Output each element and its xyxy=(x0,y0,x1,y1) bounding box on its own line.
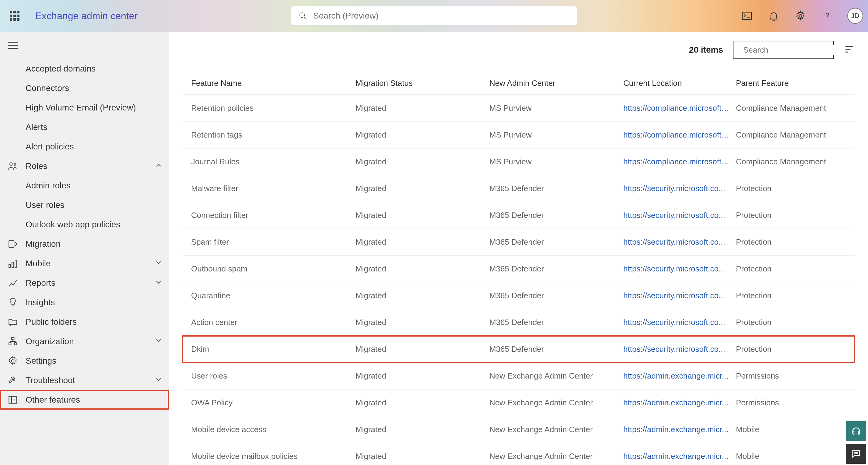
sidebar-item-mobile[interactable]: Mobile xyxy=(0,254,169,273)
sidebar-item-user-roles[interactable]: User roles xyxy=(0,195,169,215)
filter-search-input[interactable] xyxy=(743,45,842,55)
nav-toggle-button[interactable] xyxy=(5,36,22,54)
location-link[interactable]: https://security.microsoft.co... xyxy=(623,237,736,247)
cell-parent: Protection xyxy=(736,211,846,220)
sidebar-item-accepted-domains[interactable]: Accepted domains xyxy=(0,59,169,79)
notifications-button[interactable] xyxy=(767,9,780,23)
location-link[interactable]: https://admin.exchange.micr... xyxy=(623,398,736,407)
column-header[interactable]: Migration Status xyxy=(355,79,489,88)
location-link[interactable]: https://admin.exchange.micr... xyxy=(623,371,736,381)
table-row[interactable]: Connection filterMigratedM365 Defenderht… xyxy=(183,202,855,229)
sidebar-item-public-folders[interactable]: Public folders xyxy=(0,312,169,332)
table-row[interactable]: Action centerMigratedM365 Defenderhttps:… xyxy=(183,309,855,336)
column-header[interactable]: Feature Name xyxy=(191,79,355,88)
table-row[interactable]: Mobile device mailbox policiesMigratedNe… xyxy=(183,443,855,465)
column-header[interactable]: New Admin Center xyxy=(489,79,623,88)
app-launcher-button[interactable] xyxy=(5,6,24,26)
location-link[interactable]: https://compliance.microsoft.... xyxy=(623,103,736,113)
support-button[interactable] xyxy=(846,421,866,441)
cell-parent: Permissions xyxy=(736,398,846,407)
column-header[interactable]: Parent Feature xyxy=(736,79,846,88)
table-row[interactable]: User rolesMigratedNew Exchange Admin Cen… xyxy=(183,363,855,390)
location-link[interactable]: https://security.microsoft.co... xyxy=(623,184,736,193)
search-icon xyxy=(299,11,307,20)
table-row[interactable]: Mobile device accessMigratedNew Exchange… xyxy=(183,416,855,443)
table-row[interactable]: OWA PolicyMigratedNew Exchange Admin Cen… xyxy=(183,390,855,416)
location-link[interactable]: https://security.microsoft.co... xyxy=(623,344,736,354)
sidebar-item-label: Other features xyxy=(26,395,80,405)
cell-center: MS Purview xyxy=(489,103,623,113)
sort-button[interactable] xyxy=(844,44,855,56)
settings-icon xyxy=(7,355,19,367)
terminal-button[interactable] xyxy=(740,9,753,23)
location-link[interactable]: https://compliance.microsoft.... xyxy=(623,130,736,140)
cell-status: Migrated xyxy=(355,130,489,140)
sidebar-item-settings[interactable]: Settings xyxy=(0,351,169,371)
brand-title[interactable]: Exchange admin center xyxy=(35,10,137,22)
sidebar-item-alert-policies[interactable]: Alert policies xyxy=(0,137,169,156)
sidebar-item-alerts[interactable]: Alerts xyxy=(0,118,169,137)
location-link[interactable]: https://security.microsoft.co... xyxy=(623,264,736,274)
location-link[interactable]: https://security.microsoft.co... xyxy=(623,211,736,220)
cell-parent: Protection xyxy=(736,264,846,274)
sidebar-item-label: Insights xyxy=(26,298,55,307)
help-button[interactable] xyxy=(820,9,834,23)
account-avatar[interactable]: JD xyxy=(847,8,863,24)
table-row[interactable]: Retention policiesMigratedMS Purviewhttp… xyxy=(183,95,855,122)
table-row[interactable]: Retention tagsMigratedMS Purviewhttps://… xyxy=(183,122,855,149)
terminal-icon xyxy=(741,10,752,21)
table-row[interactable]: Outbound spamMigratedM365 Defenderhttps:… xyxy=(183,256,855,282)
location-link[interactable]: https://admin.exchange.micr... xyxy=(623,452,736,461)
table-header: Feature NameMigration StatusNew Admin Ce… xyxy=(183,72,855,95)
reports-icon xyxy=(7,277,19,289)
floating-actions xyxy=(846,421,866,464)
table-row[interactable]: Malware filterMigratedM365 Defenderhttps… xyxy=(183,175,855,202)
cell-name: Action center xyxy=(191,318,355,327)
cell-name: Connection filter xyxy=(191,211,355,220)
sidebar-item-insights[interactable]: Insights xyxy=(0,293,169,312)
sidebar-item-high-volume-email-preview-[interactable]: High Volume Email (Preview) xyxy=(0,98,169,118)
content-area: 20 items Feature NameMigration StatusNew… xyxy=(169,32,868,465)
settings-button[interactable] xyxy=(794,9,807,23)
sidebar-item-outlook-web-app-policies[interactable]: Outlook web app policies xyxy=(0,215,169,234)
svg-rect-11 xyxy=(9,343,11,345)
sidebar-item-migration[interactable]: Migration xyxy=(0,234,169,254)
svg-point-22 xyxy=(854,453,855,454)
sidebar-item-label: Alert policies xyxy=(26,142,74,152)
top-bar: Exchange admin center JD xyxy=(0,0,868,32)
svg-point-5 xyxy=(14,164,16,165)
sort-icon xyxy=(844,44,855,55)
sidebar-item-troubleshoot[interactable]: Troubleshoot xyxy=(0,371,169,390)
sidebar-item-other-features[interactable]: Other features xyxy=(0,390,169,410)
troubleshoot-icon xyxy=(7,374,19,386)
location-link[interactable]: https://compliance.microsoft.... xyxy=(623,157,736,166)
sidebar-item-label: Reports xyxy=(26,278,55,288)
location-link[interactable]: https://security.microsoft.co... xyxy=(623,318,736,327)
filter-search[interactable] xyxy=(733,41,834,59)
sidebar-item-reports[interactable]: Reports xyxy=(0,273,169,293)
cell-center: MS Purview xyxy=(489,157,623,166)
sidebar-item-label: Admin roles xyxy=(26,181,71,190)
svg-rect-2 xyxy=(742,12,751,20)
column-header[interactable]: Current Location xyxy=(623,79,736,88)
table-row[interactable]: Spam filterMigratedM365 Defenderhttps://… xyxy=(183,229,855,256)
sidebar: Accepted domainsConnectorsHigh Volume Em… xyxy=(0,32,169,465)
chevron-down-icon xyxy=(154,375,163,386)
location-link[interactable]: https://admin.exchange.micr... xyxy=(623,425,736,434)
cell-name: Quarantine xyxy=(191,291,355,300)
cell-name: User roles xyxy=(191,371,355,381)
table-row[interactable]: DkimMigratedM365 Defenderhttps://securit… xyxy=(183,336,855,363)
cell-status: Migrated xyxy=(355,103,489,113)
global-search[interactable] xyxy=(291,6,577,26)
table-row[interactable]: QuarantineMigratedM365 Defenderhttps://s… xyxy=(183,282,855,309)
sidebar-item-connectors[interactable]: Connectors xyxy=(0,79,169,98)
sidebar-item-organization[interactable]: Organization xyxy=(0,332,169,351)
feedback-button[interactable] xyxy=(846,444,866,464)
sidebar-item-admin-roles[interactable]: Admin roles xyxy=(0,176,169,195)
cell-name: Retention policies xyxy=(191,103,355,113)
table-row[interactable]: Journal RulesMigratedMS Purviewhttps://c… xyxy=(183,149,855,175)
location-link[interactable]: https://security.microsoft.co... xyxy=(623,291,736,300)
migration-icon xyxy=(7,238,19,250)
sidebar-item-roles[interactable]: Roles xyxy=(0,156,169,176)
global-search-input[interactable] xyxy=(313,11,569,21)
